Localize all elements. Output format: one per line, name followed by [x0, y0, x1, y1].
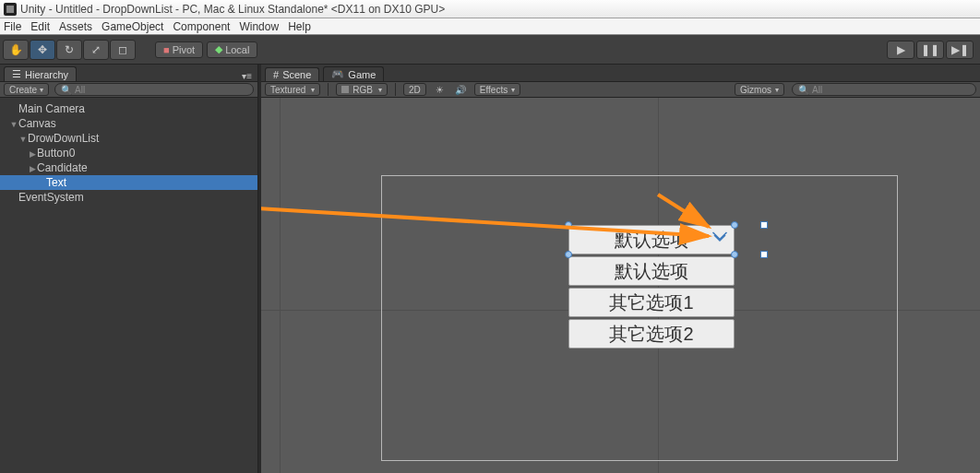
selection-handle[interactable]	[731, 251, 738, 258]
pause-button[interactable]: ❚❚	[916, 41, 944, 59]
tree-item-canvas[interactable]: ▼Canvas	[0, 116, 257, 131]
hierarchy-tree: Main Camera ▼Canvas ▼DrowDownList ▶Butto…	[0, 98, 257, 473]
scene-search[interactable]: 🔍All	[792, 83, 976, 96]
step-button[interactable]: ▶❚	[946, 41, 974, 59]
effects-dropdown[interactable]: Effects▾	[474, 83, 520, 96]
menu-gameobject[interactable]: GameObject	[102, 20, 163, 33]
rotate-tool-icon[interactable]: ↻	[56, 40, 82, 60]
selection-handle[interactable]	[565, 251, 572, 258]
window-titlebar: Unity - Untitled - DropDownList - PC, Ma…	[0, 0, 980, 18]
move-tool-icon[interactable]: ✥	[30, 40, 55, 60]
game-tab[interactable]: 🎮Game	[323, 66, 384, 81]
menu-component[interactable]: Component	[173, 20, 230, 33]
menu-bar: File Edit Assets GameObject Component Wi…	[0, 18, 980, 35]
selection-handle[interactable]	[565, 221, 572, 229]
shading-dropdown[interactable]: Textured▾	[265, 83, 320, 96]
play-button[interactable]: ▶	[887, 41, 914, 59]
search-icon: 🔍	[798, 85, 809, 95]
dropdown-selected[interactable]: 默认选项	[568, 225, 735, 254]
hand-tool-icon[interactable]: ✋	[3, 40, 29, 60]
scene-tab[interactable]: #Scene	[265, 67, 319, 81]
menu-assets[interactable]: Assets	[59, 20, 92, 33]
gizmos-dropdown[interactable]: Gizmos▾	[735, 83, 784, 96]
menu-window[interactable]: Window	[239, 20, 279, 33]
tree-item-text[interactable]: Text	[0, 175, 257, 190]
menu-help[interactable]: Help	[288, 20, 311, 33]
tree-item-drowdownlist[interactable]: ▼DrowDownList	[0, 131, 257, 146]
search-icon: 🔍	[61, 85, 72, 95]
main-toolbar: ✋ ✥ ↻ ⤢ ◻ ■Pivot ◆Local ▶ ❚❚ ▶❚	[0, 35, 980, 65]
local-toggle[interactable]: ◆Local	[207, 41, 257, 58]
menu-file[interactable]: File	[4, 20, 21, 33]
pivot-handle[interactable]	[760, 221, 768, 229]
pivot-handle[interactable]	[760, 251, 768, 258]
tree-item-button0[interactable]: ▶Button0	[0, 146, 257, 160]
menu-edit[interactable]: Edit	[30, 20, 50, 33]
panel-menu-icon[interactable]: ▾≡	[242, 71, 252, 81]
hierarchy-panel: ☰Hierarchy ▾≡ Create ▾ 🔍All Main Camera …	[0, 65, 258, 473]
scene-toolbar: Textured▾ RGB▾ 2D ☀ 🔊 Effects▾ Gizmos▾ 🔍…	[261, 81, 980, 98]
dropdown-option[interactable]: 其它选项1	[568, 288, 735, 317]
hierarchy-search[interactable]: 🔍All	[54, 83, 254, 96]
rect-tool-icon[interactable]: ◻	[110, 40, 136, 60]
audio-icon[interactable]: 🔊	[454, 83, 467, 96]
dropdown-selected-text: 默认选项	[615, 228, 688, 253]
2d-toggle[interactable]: 2D	[403, 83, 426, 96]
unity-logo-icon	[4, 3, 17, 16]
dropdown-option[interactable]: 默认选项	[568, 256, 735, 286]
dropdown-option[interactable]: 其它选项2	[568, 319, 735, 349]
tree-item-main-camera[interactable]: Main Camera	[0, 101, 257, 116]
tree-item-eventsystem[interactable]: EventSystem	[0, 190, 257, 205]
scale-tool-icon[interactable]: ⤢	[83, 40, 109, 60]
scene-panel: #Scene 🎮Game Textured▾ RGB▾ 2D ☀ 🔊 Effec…	[261, 65, 980, 473]
selection-handle[interactable]	[731, 221, 738, 229]
dropdown-arrow-icon	[711, 230, 728, 250]
light-icon[interactable]: ☀	[434, 83, 447, 96]
canvas-outline	[381, 175, 898, 461]
create-dropdown[interactable]: Create ▾	[4, 83, 49, 96]
scene-viewport[interactable]: 默认选项 默认选项 其它选项1 其它选项2	[261, 98, 980, 473]
pivot-toggle[interactable]: ■Pivot	[155, 41, 203, 58]
rgb-dropdown[interactable]: RGB▾	[336, 83, 388, 96]
hierarchy-tab[interactable]: ☰Hierarchy	[4, 66, 77, 81]
window-title: Unity - Untitled - DropDownList - PC, Ma…	[20, 3, 445, 16]
tree-item-candidate[interactable]: ▶Candidate	[0, 160, 257, 175]
